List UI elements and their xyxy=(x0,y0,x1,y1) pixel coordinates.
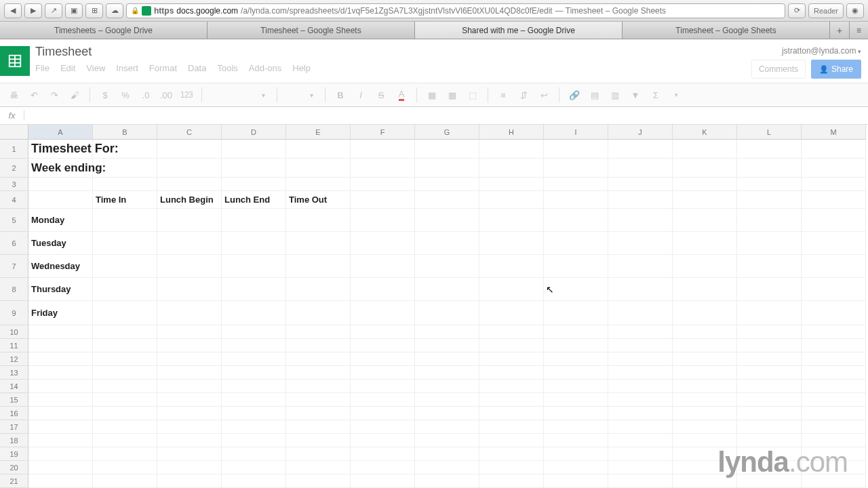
row-header[interactable]: 11 xyxy=(0,339,28,352)
cell[interactable] xyxy=(415,209,479,232)
browser-tab[interactable]: Timesheet – Google Sheets xyxy=(208,22,415,39)
cell[interactable] xyxy=(28,474,93,488)
cell[interactable] xyxy=(479,461,544,474)
align-horizontal-icon[interactable]: ≡ xyxy=(495,87,511,103)
cell[interactable] xyxy=(351,366,415,380)
cell[interactable] xyxy=(286,325,351,339)
cell[interactable] xyxy=(28,191,93,209)
row-header[interactable]: 7 xyxy=(0,255,28,278)
cell[interactable] xyxy=(608,140,673,159)
cell[interactable] xyxy=(415,191,479,209)
cell[interactable] xyxy=(544,209,608,232)
cell[interactable] xyxy=(286,159,351,178)
undo-icon[interactable]: ↶ xyxy=(26,87,42,103)
cell[interactable] xyxy=(608,232,673,255)
cell[interactable] xyxy=(415,301,479,325)
row-header[interactable]: 19 xyxy=(0,447,28,461)
cell[interactable] xyxy=(415,159,479,178)
cell[interactable]: Time In xyxy=(93,191,157,209)
cell[interactable] xyxy=(286,278,351,301)
cell[interactable] xyxy=(222,159,286,178)
cell[interactable] xyxy=(737,178,802,191)
italic-icon[interactable]: I xyxy=(353,87,369,103)
cell[interactable] xyxy=(608,366,673,380)
menu-tools[interactable]: Tools xyxy=(217,63,237,73)
cell[interactable] xyxy=(222,461,286,474)
cell[interactable] xyxy=(28,352,93,366)
cell[interactable] xyxy=(351,178,415,191)
menu-addons[interactable]: Add-ons xyxy=(249,63,281,73)
cell[interactable] xyxy=(608,352,673,366)
cell[interactable] xyxy=(222,140,286,159)
cell[interactable] xyxy=(479,209,544,232)
cell[interactable] xyxy=(415,339,479,352)
cell[interactable] xyxy=(415,461,479,474)
cell[interactable] xyxy=(544,301,608,325)
cell[interactable] xyxy=(737,420,802,434)
cell[interactable] xyxy=(286,461,351,474)
cell[interactable] xyxy=(286,339,351,352)
cell[interactable] xyxy=(28,407,93,420)
cell[interactable] xyxy=(157,420,222,434)
cell[interactable] xyxy=(157,352,222,366)
row-header[interactable]: 15 xyxy=(0,393,28,407)
cell[interactable] xyxy=(351,352,415,366)
cell[interactable] xyxy=(351,447,415,461)
column-header[interactable]: H xyxy=(479,125,544,140)
cell[interactable] xyxy=(351,407,415,420)
cell[interactable] xyxy=(222,255,286,278)
cell[interactable] xyxy=(608,191,673,209)
cell[interactable] xyxy=(802,325,866,339)
cell[interactable] xyxy=(222,380,286,393)
cell[interactable] xyxy=(479,352,544,366)
cell[interactable] xyxy=(351,434,415,447)
percent-icon[interactable]: % xyxy=(117,87,134,103)
cell[interactable]: Week ending: xyxy=(28,159,93,178)
cell[interactable] xyxy=(802,420,866,434)
cell[interactable] xyxy=(93,366,157,380)
cell[interactable] xyxy=(673,140,737,159)
cell[interactable] xyxy=(351,380,415,393)
functions-icon[interactable]: Σ xyxy=(648,87,664,103)
cell[interactable] xyxy=(673,339,737,352)
cell[interactable] xyxy=(28,339,93,352)
row-header[interactable]: 10 xyxy=(0,325,28,339)
row-header[interactable]: 20 xyxy=(0,461,28,474)
share-button[interactable]: ↗ xyxy=(45,3,62,18)
cell[interactable] xyxy=(479,474,544,488)
column-header[interactable]: J xyxy=(608,125,673,140)
cell[interactable] xyxy=(415,393,479,407)
cell[interactable] xyxy=(737,232,802,255)
cell[interactable] xyxy=(157,278,222,301)
cell[interactable] xyxy=(28,178,93,191)
cell[interactable] xyxy=(802,232,866,255)
cell[interactable] xyxy=(351,301,415,325)
spreadsheet-grid[interactable]: ABCDEFGHIJKLM1Timesheet For:2Week ending… xyxy=(0,125,868,488)
bold-icon[interactable]: B xyxy=(332,87,349,103)
cell[interactable] xyxy=(802,159,866,178)
row-header[interactable]: 12 xyxy=(0,352,28,366)
cell[interactable] xyxy=(608,278,673,301)
cell[interactable] xyxy=(479,325,544,339)
cell[interactable] xyxy=(351,209,415,232)
cell[interactable] xyxy=(608,461,673,474)
cell[interactable] xyxy=(157,447,222,461)
cell[interactable] xyxy=(351,255,415,278)
cell[interactable] xyxy=(286,366,351,380)
font-size-select[interactable]: ▾ xyxy=(284,87,318,103)
format-123-button[interactable]: 123 xyxy=(178,87,195,103)
cell[interactable] xyxy=(544,420,608,434)
menu-edit[interactable]: Edit xyxy=(60,63,75,73)
cell[interactable] xyxy=(544,325,608,339)
borders-icon[interactable]: ▦ xyxy=(444,87,460,103)
tab-list-button[interactable]: ≡ xyxy=(849,22,868,39)
cell[interactable]: Timesheet For: xyxy=(28,140,93,159)
cell[interactable] xyxy=(673,352,737,366)
cell[interactable] xyxy=(673,325,737,339)
cell[interactable] xyxy=(737,352,802,366)
text-color-icon[interactable]: A xyxy=(393,87,410,103)
cell[interactable] xyxy=(415,232,479,255)
cell[interactable] xyxy=(673,159,737,178)
cell[interactable] xyxy=(351,461,415,474)
cell[interactable] xyxy=(286,140,351,159)
